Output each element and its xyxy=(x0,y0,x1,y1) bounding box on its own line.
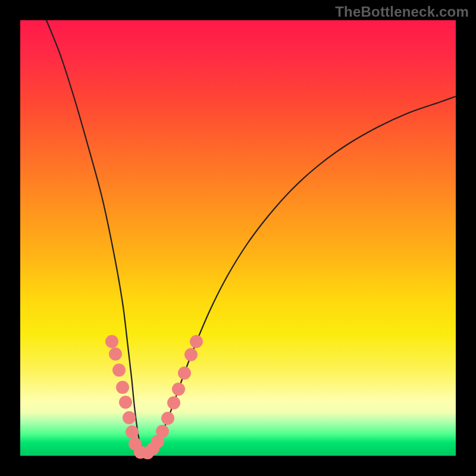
highlight-dot xyxy=(123,411,136,424)
chart-svg xyxy=(20,20,456,456)
highlight-dot xyxy=(109,347,122,361)
highlight-dot xyxy=(156,425,169,438)
highlight-dot xyxy=(161,412,174,425)
highlight-dot xyxy=(105,335,118,348)
highlight-dot xyxy=(178,367,191,380)
outer-frame: TheBottleneck.com xyxy=(0,0,476,476)
highlight-dot xyxy=(172,383,185,396)
highlight-dot xyxy=(184,348,198,361)
bottleneck-curve xyxy=(46,20,456,453)
highlight-dot xyxy=(126,425,139,439)
highlight-dot xyxy=(119,396,132,409)
highlight-dot xyxy=(167,396,180,409)
highlight-dot xyxy=(112,364,126,377)
highlight-dots-group xyxy=(105,335,203,459)
plot-area xyxy=(20,20,456,456)
highlight-dot xyxy=(190,335,203,348)
highlight-dot xyxy=(116,381,129,394)
watermark-text: TheBottleneck.com xyxy=(335,4,469,20)
